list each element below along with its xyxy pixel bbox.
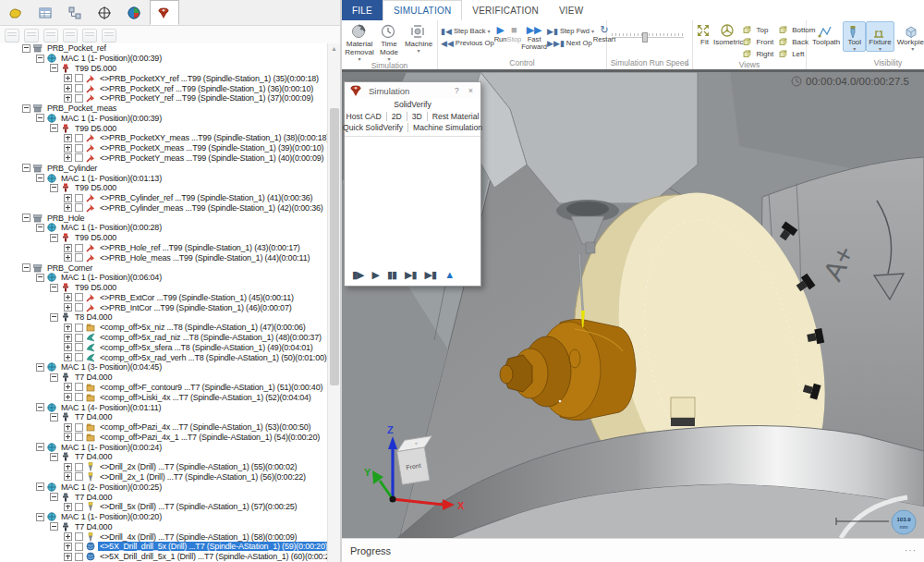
tree-row[interactable]: <>PRB_PocketY_ref ...T99 (Spindle-Statio… <box>0 93 328 104</box>
op-checkbox[interactable] <box>75 353 83 361</box>
op-checkbox[interactable] <box>75 153 83 162</box>
sim-mode-tab-rest-material[interactable]: Rest Material <box>428 112 484 121</box>
expander-icon[interactable] <box>22 164 30 172</box>
isometric-button[interactable]: Isometric <box>713 21 743 47</box>
expander-icon[interactable] <box>64 553 72 561</box>
step-forward-icon[interactable]: ▶▮ <box>405 269 417 280</box>
tree-row[interactable]: <comp_off>5x_rad_niz ...T8 (Spindle-ASta… <box>0 333 328 343</box>
op-checkbox[interactable] <box>75 423 83 432</box>
visibility-tool-toggle[interactable]: Tool▾ <box>843 21 866 52</box>
op-checkbox[interactable] <box>75 84 83 92</box>
expander-icon[interactable] <box>64 393 72 401</box>
op-checkbox[interactable] <box>75 463 83 471</box>
expander-icon[interactable] <box>64 244 72 252</box>
op-checkbox[interactable] <box>75 472 83 481</box>
machine-button[interactable]: Machine▾ <box>404 21 433 53</box>
manager-tab-operations-table[interactable] <box>31 0 61 25</box>
expander-icon[interactable] <box>50 413 58 422</box>
expander-icon[interactable] <box>50 313 58 322</box>
tab-verification[interactable]: VERIFICATION <box>462 0 549 20</box>
expander-icon[interactable] <box>22 214 30 222</box>
op-checkbox[interactable] <box>75 334 83 342</box>
expander-icon[interactable] <box>64 532 72 541</box>
expander-icon[interactable] <box>64 324 72 332</box>
stop-button[interactable]: ■Stop <box>507 21 522 43</box>
expander-icon[interactable] <box>64 153 72 162</box>
op-checkbox[interactable] <box>75 324 83 332</box>
expander-icon[interactable] <box>22 44 30 53</box>
expander-icon[interactable] <box>64 383 72 391</box>
expander-icon[interactable] <box>36 363 44 372</box>
tree-row[interactable]: MAC 1 (1- Position)(0:00:28) <box>0 223 328 233</box>
expander-icon[interactable] <box>64 144 72 153</box>
tree-row[interactable]: MAC 1 (1- Position)(0:00:39) <box>0 113 328 123</box>
tree-row[interactable]: <comp_off>Pazi_4x ...T7 (Spindle-AStatio… <box>0 422 328 433</box>
expander-icon[interactable] <box>36 483 44 491</box>
tab-view[interactable]: VIEW <box>549 0 593 20</box>
expander-icon[interactable] <box>64 463 72 471</box>
tree-row[interactable]: <>PRB_PocketY_meas ...T99 (Spindle-Stati… <box>0 153 328 164</box>
expander-icon[interactable] <box>50 453 58 461</box>
tree-row[interactable]: <comp_off>Pazi_4x_1 ...T7 (Spindle-AStat… <box>0 432 328 442</box>
expander-icon[interactable] <box>64 194 72 202</box>
expander-icon[interactable] <box>64 84 72 92</box>
manager-tab-geometry-globe[interactable] <box>120 0 150 25</box>
op-checkbox[interactable] <box>75 203 83 212</box>
sim-mode-tab-machine-simulation[interactable]: Machine Simulation <box>408 123 487 132</box>
tree-row[interactable]: T7 D4.000 <box>0 492 328 502</box>
tree-row[interactable]: <comp_off>5x_rad_verh ...T8 (Spindle-ASt… <box>0 352 328 362</box>
tree-row[interactable]: <>PRB_PocketX_ref ...T99 (Spindle-Statio… <box>0 83 328 93</box>
expander-icon[interactable] <box>36 403 44 411</box>
op-checkbox[interactable] <box>75 144 83 153</box>
tree-row[interactable]: <comp_off>5x_niz ...T8 (Spindle-AStation… <box>0 323 328 333</box>
expander-icon[interactable] <box>50 184 58 192</box>
expander-icon[interactable] <box>64 253 72 262</box>
expander-icon[interactable] <box>50 373 58 382</box>
tree-row[interactable]: MAC 1 (1- Position)(0:00:39) <box>0 54 328 64</box>
tree-row[interactable]: MAC 1 (2- Position)(0:00:25) <box>0 482 328 492</box>
op-checkbox[interactable] <box>75 94 83 103</box>
op-checkbox[interactable] <box>75 303 83 312</box>
tree-row[interactable]: PRB_Pocket_ref <box>0 43 328 54</box>
help-button[interactable]: ? <box>452 86 462 95</box>
expander-icon[interactable] <box>64 74 72 82</box>
view-top-button[interactable]: Top <box>743 24 773 36</box>
material-removal-button[interactable]: Material Removal▾ <box>345 21 374 61</box>
expander-icon[interactable] <box>64 543 72 551</box>
tree-row[interactable]: <>PRB_Hole_ref ...T99 (Spindle-Station_1… <box>0 243 328 253</box>
tree-row[interactable]: <>5X_Drill_drill_5x (Drill) ...T7 (Spind… <box>0 542 328 552</box>
op-checkbox[interactable] <box>75 543 83 551</box>
op-checkbox[interactable] <box>75 253 83 262</box>
expander-icon[interactable] <box>64 343 72 351</box>
expander-icon[interactable] <box>22 263 30 272</box>
expander-icon[interactable] <box>64 423 72 432</box>
expander-icon[interactable] <box>64 203 72 212</box>
expander-icon[interactable] <box>50 493 58 501</box>
tree-row[interactable]: PRB_Cylinder <box>0 163 328 173</box>
visibility-workpiece-toggle[interactable]: Workpiece▾ <box>894 21 924 52</box>
expander-icon[interactable] <box>64 353 72 361</box>
tree-row[interactable]: T99 D5.000 <box>0 283 328 293</box>
op-checkbox[interactable] <box>75 343 83 351</box>
op-checkbox[interactable] <box>75 244 83 252</box>
op-checkbox[interactable] <box>75 532 83 541</box>
tree-row[interactable]: MAC 1 (1- Position)(0:00:24) <box>0 442 328 452</box>
sim-mode-tab-3d[interactable]: 3D <box>407 112 428 121</box>
manager-tab-process-tree[interactable] <box>61 0 91 25</box>
sim-mode-tab-solidverify[interactable]: SolidVerify <box>389 100 436 109</box>
manager-tab-simulation-tool[interactable] <box>150 0 179 25</box>
play-icon[interactable]: ▶ <box>372 269 379 280</box>
run-to-icon[interactable]: ▮▶ <box>352 269 364 280</box>
simulation-floating-panel[interactable]: Simulation ? × SolidVerifyHost CAD2D3DRe… <box>344 81 481 287</box>
tree-row[interactable]: T7 D4.000 <box>0 522 328 532</box>
op-checkbox[interactable] <box>75 433 83 441</box>
op-checkbox[interactable] <box>75 194 83 202</box>
tree-row[interactable]: <>PRB_Cylinder_ref ...T99 (Spindle-Stati… <box>0 193 328 203</box>
tree-row[interactable]: PRB_Hole <box>0 213 328 223</box>
expander-icon[interactable] <box>50 284 58 292</box>
expander-icon[interactable] <box>64 134 72 142</box>
tree-row[interactable]: MAC 1 (1- Position)(0:01:13) <box>0 173 328 183</box>
tree-row[interactable]: <comp_off>5x_sfera ...T8 (Spindle-AStati… <box>0 342 328 352</box>
expander-icon[interactable] <box>36 114 44 122</box>
expander-icon[interactable] <box>22 104 30 113</box>
